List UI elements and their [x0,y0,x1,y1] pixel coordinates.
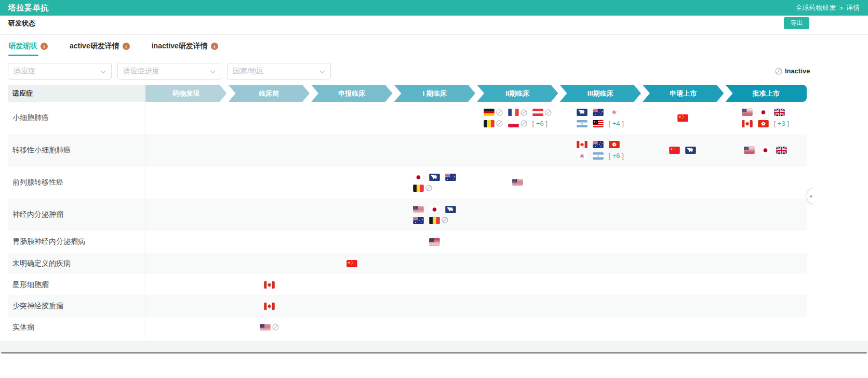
more-count-badge[interactable]: +3 [774,120,789,127]
flag-unit[interactable] [758,109,769,116]
flag-eu-icon[interactable] [685,147,696,154]
flag-unit[interactable] [776,147,787,154]
flag-unit[interactable] [609,141,620,148]
flag-us-icon[interactable] [744,147,755,154]
flag-eu-icon[interactable] [429,174,440,181]
flag-us-icon[interactable] [413,206,424,213]
flag-eu-icon[interactable] [445,206,456,213]
tab-inactive-details[interactable]: inactive研发详情i [152,42,218,53]
flag-unit[interactable] [609,109,620,116]
flag-tw-icon[interactable] [577,152,587,160]
flag-unit[interactable] [593,152,604,160]
flag-cn-icon[interactable] [346,260,357,267]
flag-unit[interactable] [669,147,680,154]
flag-unit[interactable] [512,179,523,186]
flag-unit[interactable] [593,109,604,116]
flag-ar-icon[interactable] [593,152,604,160]
flag-ar-icon[interactable] [577,120,587,127]
flag-be-icon[interactable] [484,120,495,127]
flag-cn-icon[interactable] [669,147,680,154]
flag-unit[interactable] [484,120,503,127]
breadcrumb-parent-link[interactable]: 全球药物研发 [795,3,836,12]
flag-us-icon[interactable] [742,109,753,116]
indication-label: 少突神经胶质瘤 [8,295,145,317]
export-button[interactable]: 导出 [784,17,809,29]
flag-unit[interactable] [593,141,604,148]
flag-au-icon[interactable] [445,174,456,181]
flag-unit[interactable] [677,114,688,122]
country-region-filter[interactable]: 国家/地区 [227,63,331,80]
flag-jp-icon[interactable] [758,109,769,116]
flag-my-icon[interactable] [593,120,604,127]
info-icon[interactable]: i [211,43,218,50]
flag-hk-icon[interactable] [609,141,620,148]
flag-gb-icon[interactable] [774,109,785,116]
flag-jp-icon[interactable] [429,206,440,213]
flag-unit[interactable] [760,147,771,154]
flag-unit[interactable] [577,109,587,116]
flag-tw-icon[interactable] [609,109,620,116]
flag-unit[interactable] [264,281,275,289]
flag-us-icon[interactable] [429,238,440,245]
flag-ca-icon[interactable] [577,141,587,148]
flag-unit[interactable] [346,260,357,267]
flag-jp-icon[interactable] [413,174,424,181]
flag-au-icon[interactable] [593,109,604,116]
flag-unit[interactable] [532,109,552,116]
flag-ca-icon[interactable] [742,120,753,127]
flag-unit[interactable] [484,109,503,116]
flag-be-icon[interactable] [413,185,424,192]
flag-unit[interactable] [685,147,696,154]
flag-unit[interactable] [742,120,753,127]
flag-unit[interactable] [413,217,424,224]
info-icon[interactable]: i [41,43,48,50]
flag-fr-icon[interactable] [508,109,519,116]
flag-unit[interactable] [508,120,527,127]
flag-unit[interactable] [508,109,527,116]
flag-unit[interactable] [264,303,275,310]
collapse-panel-handle[interactable]: ◄ [807,188,814,204]
flag-unit[interactable] [413,185,432,192]
flag-us-icon[interactable] [260,324,271,331]
flag-gb-icon[interactable] [776,147,787,154]
flag-jp-icon[interactable] [760,147,771,154]
indication-progress-filter[interactable]: 适应症进度 [117,63,221,80]
flag-unit[interactable] [413,206,424,213]
flag-cn-icon[interactable] [677,114,688,122]
indication-filter[interactable]: 适应症 [8,63,112,80]
flag-unit[interactable] [742,109,753,116]
flag-de-icon[interactable] [484,109,495,116]
flag-unit[interactable] [429,217,448,224]
flag-hk-icon[interactable] [758,120,769,127]
flag-unit[interactable] [577,152,587,160]
tab-active-details[interactable]: active研发详情i [70,42,130,53]
flag-unit[interactable] [445,174,456,181]
flag-be-icon[interactable] [429,217,440,224]
flag-unit[interactable] [577,141,587,148]
flag-unit[interactable] [260,324,279,331]
info-icon[interactable]: i [123,43,130,50]
flag-au-icon[interactable] [593,141,604,148]
more-count-badge[interactable]: +6 [609,152,624,160]
flag-unit[interactable] [445,206,456,213]
flag-unit[interactable] [593,120,604,127]
flag-pl-icon[interactable] [508,120,519,127]
flag-unit[interactable] [429,238,440,245]
flag-unit[interactable] [758,120,769,127]
tab-current-status[interactable]: 研发现状i [8,42,48,53]
flag-unit[interactable] [774,109,785,116]
flag-unit[interactable] [577,120,587,127]
flag-ca-icon[interactable] [264,303,275,310]
flag-us-icon[interactable] [512,179,523,186]
flag-unit[interactable] [413,174,424,181]
flag-ca-icon[interactable] [264,281,275,289]
horizontal-scrollbar[interactable] [1,352,867,354]
flag-unit[interactable] [429,206,440,213]
flag-unit[interactable] [744,147,755,154]
flag-eu-icon[interactable] [577,109,587,116]
more-count-badge[interactable]: +6 [532,120,547,127]
more-count-badge[interactable]: +4 [609,120,624,127]
flag-at-icon[interactable] [532,109,543,116]
flag-unit[interactable] [429,174,440,181]
flag-au-icon[interactable] [413,217,424,224]
